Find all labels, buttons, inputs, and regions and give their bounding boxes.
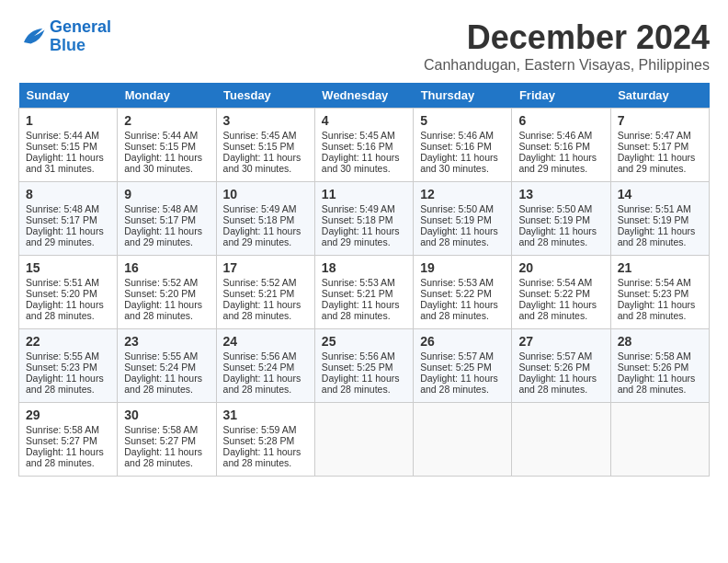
day-number: 16 xyxy=(124,260,209,275)
table-row: 21Sunrise: 5:54 AMSunset: 5:23 PMDayligh… xyxy=(610,256,709,329)
daylight-label: Daylight: 11 hours and 28 minutes. xyxy=(618,299,696,321)
daylight-label: Daylight: 11 hours and 28 minutes. xyxy=(618,225,696,247)
day-number: 12 xyxy=(420,187,505,201)
sunrise-text: Sunrise: 5:50 AM xyxy=(518,203,592,214)
sunrise-text: Sunrise: 5:45 AM xyxy=(322,130,395,141)
sunset-text: Sunset: 5:21 PM xyxy=(223,288,295,299)
daylight-label: Daylight: 11 hours and 29 minutes. xyxy=(124,225,202,247)
table-row: 28Sunrise: 5:58 AMSunset: 5:26 PMDayligh… xyxy=(610,329,709,403)
calendar-table: Sunday Monday Tuesday Wednesday Thursday… xyxy=(18,83,710,477)
sunrise-text: Sunrise: 5:58 AM xyxy=(618,350,691,362)
table-row: 31Sunrise: 5:59 AMSunset: 5:28 PMDayligh… xyxy=(216,403,314,477)
calendar-week-row: 22Sunrise: 5:55 AMSunset: 5:23 PMDayligh… xyxy=(19,329,710,403)
sunset-text: Sunset: 5:16 PM xyxy=(420,141,492,152)
day-number: 21 xyxy=(618,260,702,275)
sunrise-text: Sunrise: 5:56 AM xyxy=(223,350,297,362)
table-row: 8Sunrise: 5:48 AMSunset: 5:17 PMDaylight… xyxy=(19,182,118,256)
sunset-text: Sunset: 5:17 PM xyxy=(26,214,97,225)
table-row: 16Sunrise: 5:52 AMSunset: 5:20 PMDayligh… xyxy=(118,256,216,329)
sunset-text: Sunset: 5:16 PM xyxy=(322,141,393,152)
sunrise-text: Sunrise: 5:52 AM xyxy=(223,277,297,288)
day-number: 14 xyxy=(618,187,702,201)
sunset-text: Sunset: 5:28 PM xyxy=(223,435,295,446)
table-row: 5Sunrise: 5:46 AMSunset: 5:16 PMDaylight… xyxy=(414,109,512,182)
daylight-label: Daylight: 11 hours and 30 minutes. xyxy=(223,152,301,174)
daylight-label: Daylight: 11 hours and 29 minutes. xyxy=(322,225,400,247)
sunrise-text: Sunrise: 5:55 AM xyxy=(124,350,198,362)
table-row: 10Sunrise: 5:49 AMSunset: 5:18 PMDayligh… xyxy=(216,182,314,256)
sunrise-text: Sunrise: 5:53 AM xyxy=(420,277,494,288)
daylight-label: Daylight: 11 hours and 29 minutes. xyxy=(618,152,696,174)
daylight-label: Daylight: 11 hours and 28 minutes. xyxy=(26,299,104,321)
daylight-label: Daylight: 11 hours and 30 minutes. xyxy=(322,152,400,174)
table-row: 7Sunrise: 5:47 AMSunset: 5:17 PMDaylight… xyxy=(610,109,709,182)
daylight-label: Daylight: 11 hours and 28 minutes. xyxy=(420,373,498,395)
day-number: 3 xyxy=(223,113,308,128)
header-row: Sunday Monday Tuesday Wednesday Thursday… xyxy=(19,83,710,109)
table-row: 22Sunrise: 5:55 AMSunset: 5:23 PMDayligh… xyxy=(19,329,118,403)
sunset-text: Sunset: 5:22 PM xyxy=(518,288,590,299)
sunrise-text: Sunrise: 5:51 AM xyxy=(618,203,691,214)
day-number: 7 xyxy=(618,113,702,128)
table-row: 20Sunrise: 5:54 AMSunset: 5:22 PMDayligh… xyxy=(512,256,610,329)
day-number: 27 xyxy=(518,334,603,349)
sunset-text: Sunset: 5:25 PM xyxy=(322,362,393,373)
table-row: 9Sunrise: 5:48 AMSunset: 5:17 PMDaylight… xyxy=(118,182,216,256)
sunrise-text: Sunrise: 5:44 AM xyxy=(26,130,99,141)
calendar-week-row: 8Sunrise: 5:48 AMSunset: 5:17 PMDaylight… xyxy=(19,182,710,256)
col-wednesday: Wednesday xyxy=(314,83,413,109)
day-number: 23 xyxy=(124,334,209,349)
sunrise-text: Sunrise: 5:45 AM xyxy=(223,130,297,141)
sunrise-text: Sunrise: 5:56 AM xyxy=(322,350,395,362)
day-number: 1 xyxy=(26,113,110,128)
daylight-label: Daylight: 11 hours and 28 minutes. xyxy=(518,299,597,321)
sunset-text: Sunset: 5:23 PM xyxy=(26,362,97,373)
daylight-label: Daylight: 11 hours and 29 minutes. xyxy=(223,225,301,247)
sunrise-text: Sunrise: 5:46 AM xyxy=(420,130,494,141)
calendar-week-row: 29Sunrise: 5:58 AMSunset: 5:27 PMDayligh… xyxy=(19,403,710,477)
day-number: 2 xyxy=(124,113,209,128)
table-row: 2Sunrise: 5:44 AMSunset: 5:15 PMDaylight… xyxy=(118,109,216,182)
table-row xyxy=(610,403,709,477)
sunset-text: Sunset: 5:25 PM xyxy=(420,362,492,373)
day-number: 4 xyxy=(322,113,406,128)
table-row: 6Sunrise: 5:46 AMSunset: 5:16 PMDaylight… xyxy=(512,109,610,182)
daylight-label: Daylight: 11 hours and 28 minutes. xyxy=(124,446,202,468)
sunrise-text: Sunrise: 5:58 AM xyxy=(26,424,99,435)
sunset-text: Sunset: 5:23 PM xyxy=(618,288,689,299)
daylight-label: Daylight: 11 hours and 28 minutes. xyxy=(124,373,202,395)
sunset-text: Sunset: 5:19 PM xyxy=(420,214,492,225)
sunrise-text: Sunrise: 5:58 AM xyxy=(124,424,198,435)
sunrise-text: Sunrise: 5:53 AM xyxy=(322,277,395,288)
sunset-text: Sunset: 5:19 PM xyxy=(618,214,689,225)
table-row: 17Sunrise: 5:52 AMSunset: 5:21 PMDayligh… xyxy=(216,256,314,329)
sunrise-text: Sunrise: 5:50 AM xyxy=(420,203,494,214)
sunset-text: Sunset: 5:21 PM xyxy=(322,288,393,299)
sunset-text: Sunset: 5:15 PM xyxy=(26,141,97,152)
daylight-label: Daylight: 11 hours and 28 minutes. xyxy=(26,373,104,395)
sunrise-text: Sunrise: 5:51 AM xyxy=(26,277,99,288)
sunrise-text: Sunrise: 5:57 AM xyxy=(518,350,592,362)
table-row xyxy=(512,403,610,477)
day-number: 9 xyxy=(124,187,209,201)
logo-line2: Blue xyxy=(50,36,85,54)
sunset-text: Sunset: 5:19 PM xyxy=(518,214,590,225)
daylight-label: Daylight: 11 hours and 28 minutes. xyxy=(322,373,400,395)
logo-icon xyxy=(18,23,46,51)
day-number: 18 xyxy=(322,260,406,275)
sunset-text: Sunset: 5:26 PM xyxy=(618,362,689,373)
sunset-text: Sunset: 5:18 PM xyxy=(322,214,393,225)
sunrise-text: Sunrise: 5:59 AM xyxy=(223,424,297,435)
table-row: 14Sunrise: 5:51 AMSunset: 5:19 PMDayligh… xyxy=(610,182,709,256)
table-row: 27Sunrise: 5:57 AMSunset: 5:26 PMDayligh… xyxy=(512,329,610,403)
day-number: 28 xyxy=(618,334,702,349)
table-row: 24Sunrise: 5:56 AMSunset: 5:24 PMDayligh… xyxy=(216,329,314,403)
daylight-label: Daylight: 11 hours and 28 minutes. xyxy=(322,299,400,321)
logo-text: General Blue xyxy=(50,18,111,55)
daylight-label: Daylight: 11 hours and 30 minutes. xyxy=(124,152,202,174)
day-number: 24 xyxy=(223,334,308,349)
daylight-label: Daylight: 11 hours and 28 minutes. xyxy=(618,373,696,395)
day-number: 15 xyxy=(26,260,110,275)
month-title: December 2024 xyxy=(424,18,710,57)
sunset-text: Sunset: 5:26 PM xyxy=(518,362,590,373)
